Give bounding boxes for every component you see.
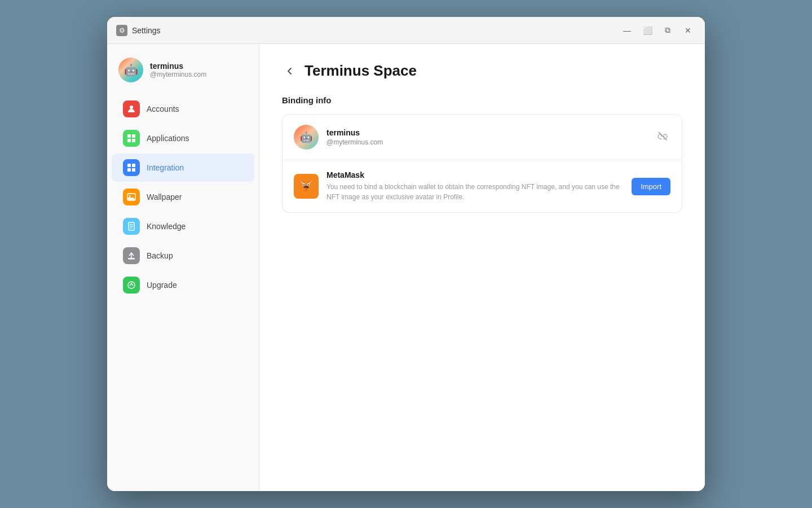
metamask-binding-item: MetaMask You need to bind a blockchain w… (283, 160, 682, 212)
titlebar-icon: ⚙ (116, 25, 127, 36)
knowledge-label: Knowledge (147, 222, 186, 231)
accounts-icon (123, 100, 140, 117)
wallpaper-icon (123, 189, 140, 205)
restore-button[interactable]: ⧉ (660, 23, 676, 38)
svg-rect-15 (128, 258, 135, 260)
integration-label: Integration (147, 163, 184, 172)
terminus-binding-info: terminus @myterminus.com (326, 128, 647, 146)
svg-rect-4 (132, 139, 135, 142)
unlink-button[interactable] (655, 128, 670, 146)
back-button[interactable] (282, 63, 298, 79)
terminus-binding-item: 🤖 terminus @myterminus.com (283, 115, 682, 160)
sidebar-item-integration[interactable]: Integration (112, 154, 254, 182)
svg-rect-1 (127, 134, 131, 138)
accounts-label: Accounts (147, 104, 179, 113)
svg-point-0 (130, 106, 133, 109)
titlebar-controls: — ⬜ ⧉ ✕ (619, 23, 696, 38)
terminus-avatar: 🤖 (294, 125, 319, 150)
minimize-button[interactable]: — (619, 23, 635, 38)
sidebar-item-wallpaper[interactable]: Wallpaper (112, 183, 254, 211)
sidebar-item-accounts[interactable]: Accounts (112, 95, 254, 123)
metamask-binding-info: MetaMask You need to bind a blockchain w… (326, 170, 624, 202)
sidebar-item-backup[interactable]: Backup (112, 242, 254, 270)
upgrade-label: Upgrade (147, 281, 177, 290)
binding-card: 🤖 terminus @myterminus.com (282, 114, 682, 213)
sidebar-item-upgrade[interactable]: Upgrade (112, 271, 254, 299)
knowledge-icon (123, 218, 140, 235)
svg-rect-3 (127, 139, 131, 142)
settings-window: ⚙ Settings — ⬜ ⧉ ✕ 🤖 terminus @myterminu… (107, 17, 705, 491)
close-button[interactable]: ✕ (680, 23, 696, 38)
backup-label: Backup (147, 251, 173, 260)
user-name: terminus (150, 62, 206, 71)
maximize-button[interactable]: ⬜ (639, 23, 655, 38)
metamask-avatar (294, 174, 319, 199)
section-title: Binding info (282, 95, 682, 105)
applications-label: Applications (147, 134, 189, 143)
wallpaper-label: Wallpaper (147, 192, 182, 202)
user-info: terminus @myterminus.com (150, 62, 206, 78)
import-button[interactable]: Import (632, 178, 670, 195)
terminus-binding-name: terminus (326, 128, 647, 137)
page-header: Terminus Space (282, 62, 682, 80)
svg-rect-5 (127, 164, 131, 167)
titlebar: ⚙ Settings — ⬜ ⧉ ✕ (107, 17, 705, 44)
main-content: Terminus Space Binding info 🤖 terminus @… (259, 44, 705, 491)
content-area: 🤖 terminus @myterminus.com Accounts (107, 44, 705, 491)
svg-rect-6 (132, 164, 135, 167)
sidebar-item-knowledge[interactable]: Knowledge (112, 212, 254, 240)
svg-point-20 (303, 185, 304, 186)
integration-icon (123, 159, 140, 176)
sidebar: 🤖 terminus @myterminus.com Accounts (107, 44, 259, 491)
terminus-binding-email: @myterminus.com (326, 138, 647, 146)
metamask-binding-name: MetaMask (326, 170, 624, 179)
user-email: @myterminus.com (150, 71, 206, 78)
upgrade-icon (123, 277, 140, 294)
backup-icon (123, 247, 140, 264)
page-title: Terminus Space (304, 62, 417, 80)
titlebar-title: Settings (132, 26, 619, 35)
svg-rect-2 (132, 134, 135, 138)
user-profile: 🤖 terminus @myterminus.com (107, 53, 259, 94)
svg-point-21 (308, 185, 309, 186)
applications-icon (123, 130, 140, 147)
sidebar-item-applications[interactable]: Applications (112, 124, 254, 152)
svg-rect-7 (127, 168, 131, 172)
svg-rect-8 (132, 168, 135, 172)
metamask-binding-description: You need to bind a blockchain wallet to … (326, 182, 624, 202)
avatar: 🤖 (118, 58, 143, 82)
